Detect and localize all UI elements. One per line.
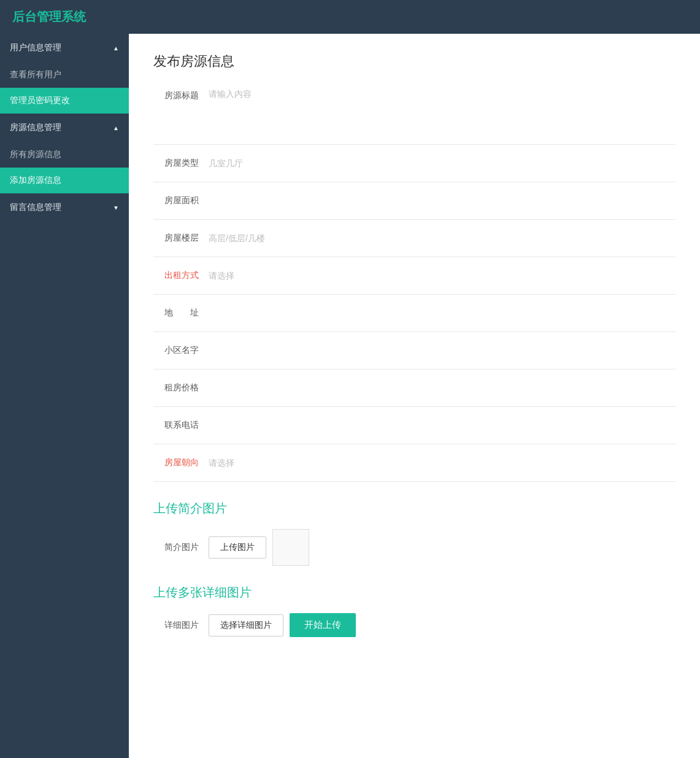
page-title: 发布房源信息 (153, 52, 675, 71)
sidebar-section-house-management[interactable]: 房源信息管理 ▲ (0, 114, 129, 142)
field-rent-price: 租房价格 (153, 379, 675, 407)
sidebar-section-message-label: 留言信息管理 (10, 202, 61, 213)
sidebar-section-house-arrow: ▲ (113, 125, 119, 131)
main-content: 发布房源信息 房源标题 房屋类型 房屋面积 房屋楼层 (129, 34, 700, 758)
input-rent-price[interactable] (209, 379, 675, 396)
sidebar-section-user-management[interactable]: 用户信息管理 ▲ (0, 34, 129, 62)
sidebar-section-house-label: 房源信息管理 (10, 122, 61, 133)
upload-intro-row: 简介图片 上传图片 (153, 529, 675, 566)
sidebar-section-user-label: 用户信息管理 (10, 42, 61, 53)
field-address: 地 址 (153, 304, 675, 332)
sidebar-section-user-arrow: ▲ (113, 45, 119, 52)
sidebar-item-add-house[interactable]: 添加房源信息 (0, 168, 129, 193)
app-title: 后台管理系统 (12, 10, 86, 23)
field-community-name: 小区名字 (153, 342, 675, 369)
label-detail-image: 详细图片 (153, 620, 209, 631)
label-community-name: 小区名字 (153, 345, 209, 356)
field-rent-method: 出租方式 (153, 267, 675, 295)
start-upload-button[interactable]: 开始上传 (290, 613, 356, 637)
field-house-title: 房源标题 (153, 85, 675, 145)
input-address[interactable] (209, 304, 675, 322)
label-house-type: 房屋类型 (153, 158, 209, 169)
upload-detail-title: 上传多张详细图片 (153, 584, 675, 601)
sidebar-item-admin-password[interactable]: 管理员密码更改 (0, 88, 129, 114)
label-rent-method: 出租方式 (153, 270, 209, 281)
select-detail-images-button[interactable]: 选择详细图片 (209, 614, 283, 636)
app-header: 后台管理系统 (0, 0, 700, 34)
label-phone: 联系电话 (153, 420, 209, 431)
input-community-name[interactable] (209, 342, 675, 359)
upload-intro-title: 上传简介图片 (153, 500, 675, 517)
field-house-floor: 房屋楼层 (153, 230, 675, 257)
field-house-type: 房屋类型 (153, 155, 675, 182)
upload-intro-button[interactable]: 上传图片 (209, 536, 266, 559)
sidebar-item-all-users[interactable]: 查看所有用户 (0, 62, 129, 88)
label-house-title: 房源标题 (153, 90, 209, 101)
sidebar-section-message-arrow: ▼ (113, 204, 119, 211)
sidebar-item-all-houses[interactable]: 所有房源信息 (0, 142, 129, 168)
sidebar-section-message-management[interactable]: 留言信息管理 ▼ (0, 193, 129, 222)
layout: 用户信息管理 ▲ 查看所有用户 管理员密码更改 房源信息管理 ▲ 所有房源信息 … (0, 34, 700, 758)
input-house-title[interactable] (209, 85, 675, 134)
sidebar: 用户信息管理 ▲ 查看所有用户 管理员密码更改 房源信息管理 ▲ 所有房源信息 … (0, 34, 129, 758)
label-house-area: 房屋面积 (153, 195, 209, 206)
label-intro-image: 简介图片 (153, 542, 209, 553)
label-rent-price: 租房价格 (153, 382, 209, 393)
label-house-floor: 房屋楼层 (153, 233, 209, 244)
intro-image-preview (272, 529, 309, 566)
field-house-area: 房屋面积 (153, 192, 675, 220)
label-address: 地 址 (153, 307, 209, 319)
upload-detail-row: 详细图片 选择详细图片 开始上传 (153, 613, 675, 637)
field-house-orientation: 房屋朝向 (153, 454, 675, 482)
label-house-orientation: 房屋朝向 (153, 457, 209, 468)
field-phone: 联系电话 (153, 417, 675, 444)
input-house-area[interactable] (209, 192, 675, 209)
input-phone[interactable] (209, 417, 675, 434)
input-house-orientation[interactable] (209, 454, 675, 471)
input-house-floor[interactable] (209, 230, 675, 247)
input-house-type[interactable] (209, 155, 675, 172)
input-rent-method[interactable] (209, 267, 675, 284)
